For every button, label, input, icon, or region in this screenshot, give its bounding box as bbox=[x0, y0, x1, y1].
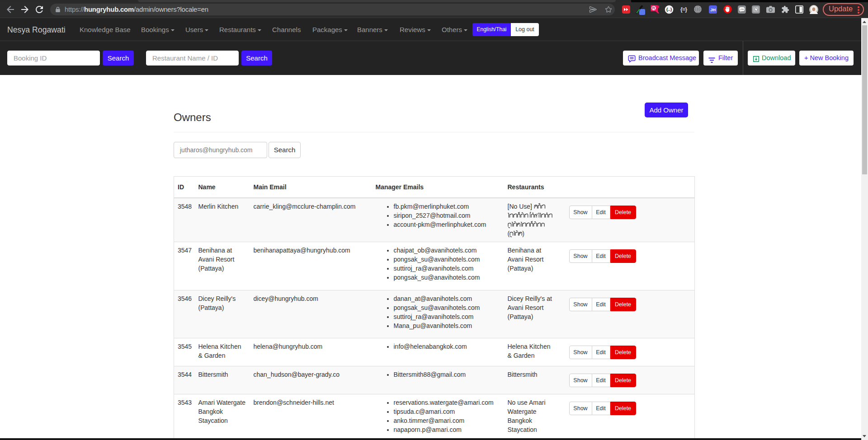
svg-text:{..}: {..} bbox=[666, 7, 672, 12]
svg-text:R: R bbox=[652, 5, 656, 10]
svg-text:LINE: LINE bbox=[740, 8, 744, 10]
svg-text:JH: JH bbox=[710, 7, 716, 12]
